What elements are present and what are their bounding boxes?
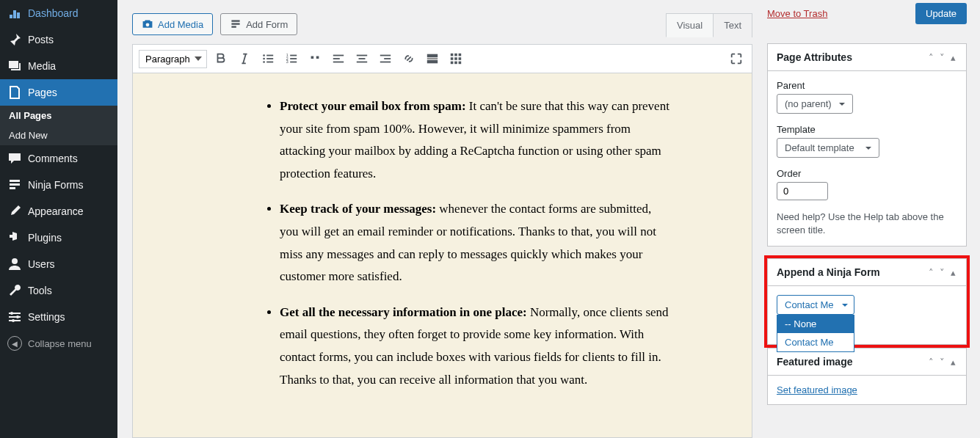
move-up-icon[interactable]: ˄ bbox=[927, 52, 935, 63]
add-form-button[interactable]: Add Form bbox=[220, 13, 297, 35]
sidebar-subitem-all-pages[interactable]: All Pages bbox=[0, 106, 117, 125]
page-icon bbox=[7, 85, 22, 100]
svg-text:3: 3 bbox=[286, 59, 288, 64]
svg-rect-35 bbox=[427, 60, 438, 64]
media-icon bbox=[7, 59, 22, 73]
editor-toolbar: Paragraph 123 bbox=[133, 45, 752, 73]
svg-rect-37 bbox=[451, 54, 454, 56]
ninja-option-none[interactable]: -- None bbox=[777, 315, 854, 333]
svg-rect-22 bbox=[290, 55, 297, 56]
metabox-header[interactable]: Page Attributes ˄ ˅ ▴ bbox=[768, 44, 966, 71]
move-to-trash-link[interactable]: Move to Trash bbox=[767, 8, 827, 19]
move-down-icon[interactable]: ˅ bbox=[938, 267, 946, 278]
svg-rect-32 bbox=[384, 58, 391, 59]
template-select[interactable]: Default template bbox=[777, 138, 879, 158]
svg-rect-10 bbox=[232, 20, 240, 21]
form-icon bbox=[7, 178, 22, 192]
metabox-append-ninja-form: Append a Ninja Form ˄ ˅ ▴ Contact Me -- … bbox=[767, 258, 967, 345]
svg-rect-34 bbox=[427, 54, 438, 58]
align-left-button[interactable] bbox=[329, 49, 348, 68]
metabox-page-attributes: Page Attributes ˄ ˅ ▴ Parent (no parent)… bbox=[767, 43, 967, 247]
svg-rect-16 bbox=[266, 55, 273, 56]
svg-rect-43 bbox=[451, 62, 454, 65]
metabox-header[interactable]: Featured image ˄ ˅ ▴ bbox=[768, 348, 966, 376]
align-center-button[interactable] bbox=[352, 49, 371, 68]
move-up-icon[interactable]: ˄ bbox=[927, 267, 935, 278]
sidebar-item-posts[interactable]: Posts bbox=[0, 26, 117, 53]
update-button[interactable]: Update bbox=[915, 3, 967, 24]
metabox-title: Page Attributes bbox=[777, 51, 852, 63]
collapse-menu[interactable]: ◀ Collapse menu bbox=[0, 330, 117, 357]
italic-button[interactable] bbox=[235, 49, 254, 68]
numbered-list-button[interactable]: 123 bbox=[282, 49, 301, 68]
toggle-icon[interactable]: ▴ bbox=[949, 267, 957, 278]
svg-point-9 bbox=[12, 319, 15, 322]
sidebar-item-plugins[interactable]: Plugins bbox=[0, 225, 117, 251]
brush-icon bbox=[7, 204, 22, 219]
svg-rect-12 bbox=[232, 26, 236, 27]
collapse-label: Collapse menu bbox=[28, 338, 92, 349]
ninja-form-select[interactable]: Contact Me bbox=[777, 295, 854, 315]
fullscreen-button[interactable] bbox=[727, 49, 746, 68]
svg-rect-40 bbox=[451, 57, 454, 60]
sidebar-item-users[interactable]: Users bbox=[0, 251, 117, 277]
svg-rect-11 bbox=[232, 23, 240, 24]
wrench-icon bbox=[7, 283, 22, 298]
help-text: Need help? Use the Help tab above the sc… bbox=[777, 211, 957, 237]
order-label: Order bbox=[777, 168, 957, 179]
move-down-icon[interactable]: ˅ bbox=[938, 52, 946, 63]
toolbar-toggle-button[interactable] bbox=[446, 49, 465, 68]
tab-visual[interactable]: Visual bbox=[666, 13, 714, 37]
settings-icon bbox=[7, 310, 22, 324]
parent-label: Parent bbox=[777, 80, 957, 91]
sidebar-item-appearance[interactable]: Appearance bbox=[0, 198, 117, 225]
editor-box: Paragraph 123 Protect your email box fro… bbox=[132, 44, 752, 438]
metabox-header[interactable]: Append a Ninja Form ˄ ˅ ▴ bbox=[768, 259, 966, 286]
read-more-button[interactable] bbox=[423, 49, 442, 68]
sidebar-item-ninja-forms[interactable]: Ninja Forms bbox=[0, 172, 117, 198]
sidebar-item-settings[interactable]: Settings bbox=[0, 304, 117, 330]
move-down-icon[interactable]: ˅ bbox=[938, 357, 946, 368]
sidebar-item-tools[interactable]: Tools bbox=[0, 277, 117, 304]
toggle-icon[interactable]: ▴ bbox=[949, 357, 957, 368]
svg-rect-39 bbox=[459, 54, 462, 56]
collapse-icon: ◀ bbox=[7, 336, 22, 351]
sidebar-item-label: Ninja Forms bbox=[28, 179, 83, 191]
move-up-icon[interactable]: ˄ bbox=[927, 357, 935, 368]
svg-rect-18 bbox=[266, 62, 273, 63]
tab-text[interactable]: Text bbox=[714, 13, 752, 37]
bullet-list-button[interactable] bbox=[258, 49, 277, 68]
format-select[interactable]: Paragraph bbox=[139, 50, 207, 68]
comment-icon bbox=[7, 151, 22, 166]
toggle-icon[interactable]: ▴ bbox=[949, 52, 957, 63]
editor-tabs: Visual Text bbox=[666, 13, 752, 37]
sidebar-subitem-add-new[interactable]: Add New bbox=[0, 125, 117, 145]
svg-rect-25 bbox=[333, 55, 344, 56]
svg-point-14 bbox=[263, 58, 265, 60]
ninja-option-contact-me[interactable]: Contact Me bbox=[777, 333, 854, 351]
sidebar-item-media[interactable]: Media bbox=[0, 53, 117, 79]
content-item: Get all the necessary information in one… bbox=[280, 302, 671, 391]
link-button[interactable] bbox=[399, 49, 418, 68]
add-media-button[interactable]: Add Media bbox=[132, 13, 213, 35]
dashboard-icon bbox=[7, 6, 22, 21]
blockquote-button[interactable] bbox=[305, 49, 324, 68]
svg-point-15 bbox=[263, 61, 265, 63]
sidebar-item-label: Tools bbox=[28, 285, 52, 296]
parent-select[interactable]: (no parent) bbox=[777, 94, 853, 114]
align-right-button[interactable] bbox=[376, 49, 395, 68]
svg-rect-33 bbox=[380, 62, 391, 63]
sidebar-item-label: Appearance bbox=[28, 205, 84, 217]
right-sidebar: Move to Trash Update Page Attributes ˄ ˅… bbox=[767, 0, 980, 438]
svg-rect-45 bbox=[459, 62, 462, 65]
sidebar-item-pages[interactable]: Pages bbox=[0, 79, 117, 106]
sidebar-item-label: Posts bbox=[28, 34, 54, 45]
sidebar-item-comments[interactable]: Comments bbox=[0, 145, 117, 172]
ninja-form-dropdown: -- None Contact Me bbox=[777, 315, 854, 352]
order-input[interactable] bbox=[777, 182, 828, 200]
svg-point-3 bbox=[12, 258, 18, 264]
set-featured-image-link[interactable]: Set featured image bbox=[777, 384, 857, 395]
sidebar-item-dashboard[interactable]: Dashboard bbox=[0, 0, 117, 26]
editor-content[interactable]: Protect your email box from spam: It can… bbox=[133, 73, 752, 437]
bold-button[interactable] bbox=[211, 49, 231, 68]
